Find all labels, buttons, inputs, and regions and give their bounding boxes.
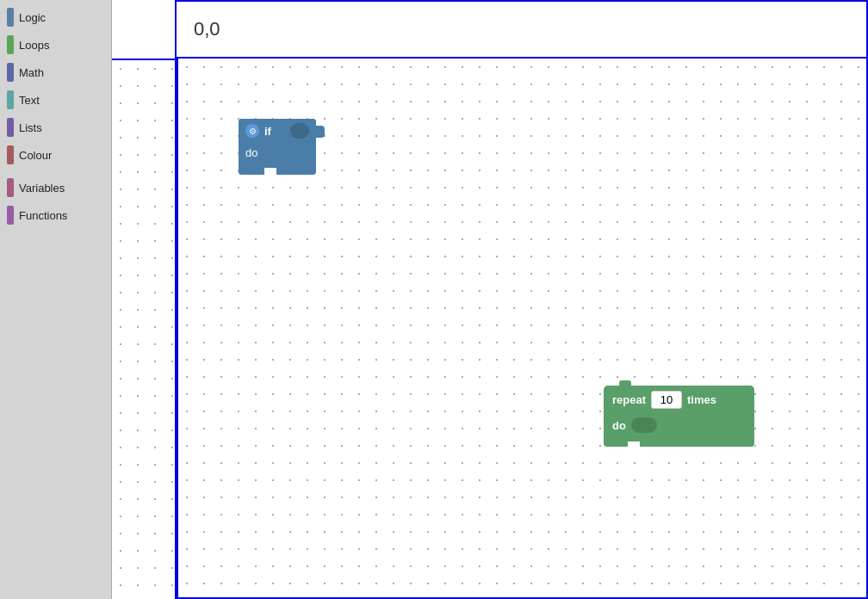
sidebar-item-functions[interactable]: Functions [0, 201, 111, 229]
main-area: 0,0 ⚙ if do [112, 0, 868, 599]
repeat-bottom-right [640, 440, 754, 447]
if-bottom-left [239, 166, 264, 175]
repeat-do-row: do [604, 414, 754, 440]
times-label: times [687, 393, 716, 406]
coordinate-display: 0,0 [194, 18, 220, 40]
repeat-bottom-notch [628, 442, 640, 447]
sidebar-item-math[interactable]: Math [0, 59, 111, 86]
if-label: if [264, 125, 271, 138]
colour-color-bar [7, 145, 14, 164]
if-bottom-right [276, 166, 316, 175]
functions-color-bar [7, 206, 14, 225]
sidebar-item-text[interactable]: Text [0, 86, 111, 114]
logic-color-bar [7, 8, 14, 27]
repeat-times-input[interactable] [651, 391, 682, 409]
math-color-bar [7, 63, 14, 82]
sidebar-item-colour[interactable]: Colour [0, 141, 111, 169]
repeat-label: repeat [612, 393, 646, 406]
text-color-bar [7, 90, 14, 109]
if-condition-slot[interactable] [290, 123, 309, 139]
sidebar-label-loops: Loops [19, 39, 49, 52]
workspace[interactable]: ⚙ if do [177, 59, 868, 599]
if-do-row: do [239, 143, 316, 166]
repeat-bottom [604, 440, 754, 447]
repeat-do-slot[interactable] [631, 417, 657, 433]
if-block-header: ⚙ if [239, 119, 316, 143]
sidebar-label-colour: Colour [19, 149, 52, 162]
if-bottom [239, 166, 316, 175]
sidebar-label-lists: Lists [19, 121, 42, 134]
sidebar-label-functions: Functions [19, 209, 67, 222]
repeat-block[interactable]: repeat times do [604, 386, 754, 447]
repeat-header: repeat times [604, 386, 754, 414]
sidebar-label-logic: Logic [19, 11, 46, 24]
left-strip-workspace [112, 59, 177, 599]
variables-color-bar [7, 178, 14, 197]
sidebar-item-lists[interactable]: Lists [0, 114, 111, 141]
repeat-top-notch [619, 380, 631, 386]
sidebar-label-variables: Variables [19, 182, 65, 195]
left-strip-header [112, 0, 177, 59]
sidebar-item-logic[interactable]: Logic [0, 3, 111, 31]
if-do-label: do [245, 146, 257, 159]
gear-icon[interactable]: ⚙ [245, 124, 259, 138]
if-bottom-notch [264, 168, 276, 175]
if-block[interactable]: ⚙ if do [239, 119, 316, 175]
coord-header: 0,0 [177, 0, 868, 59]
sidebar-label-text: Text [19, 94, 40, 107]
repeat-block-outer: repeat times do [604, 386, 754, 447]
sidebar-item-variables[interactable]: Variables [0, 174, 111, 201]
repeat-bottom-left [604, 440, 628, 447]
sidebar-item-loops[interactable]: Loops [0, 31, 111, 59]
repeat-do-label: do [612, 419, 626, 432]
if-block-body: ⚙ if do [239, 119, 316, 175]
loops-color-bar [7, 35, 14, 54]
sidebar: Logic Loops Math Text Lists Colour Varia… [0, 0, 112, 599]
sidebar-label-math: Math [19, 66, 44, 79]
lists-color-bar [7, 118, 14, 137]
